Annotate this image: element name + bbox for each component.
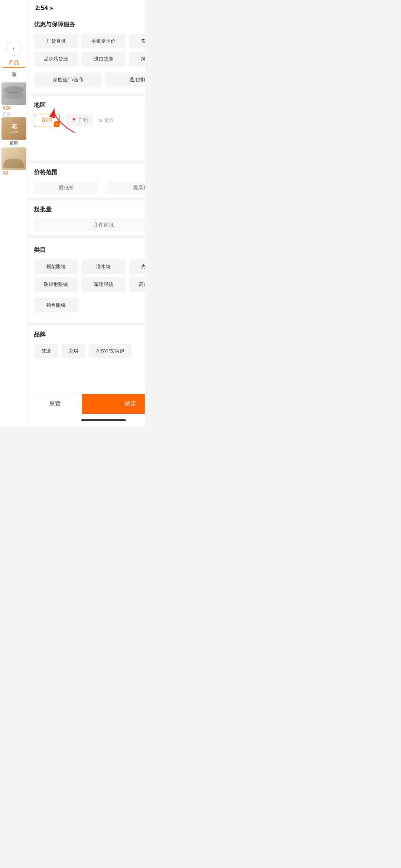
batch-input[interactable] [34, 219, 145, 231]
status-time: 2:54 [35, 4, 48, 12]
region-title: 地区 [34, 101, 46, 109]
region-separator: | [62, 117, 63, 124]
region-section: 地区 › 深圳 | 📍 广州 ↻ 定位 [34, 96, 145, 160]
tag-factory-supply[interactable]: 厂货直供 [34, 34, 78, 49]
sidebar-farm-label: FARM [9, 130, 19, 134]
sidebar-price-3: ¥9 [1, 170, 26, 176]
location-arrow-icon: ➤ [49, 5, 54, 11]
category-tag-golf[interactable]: 高尔夫眼镜 [129, 277, 145, 292]
sidebar-product-3[interactable]: ¥9 [1, 147, 26, 176]
location-pin-icon: 📍 [71, 118, 77, 123]
brand-aisyi[interactable]: AISYI/艾尚伊 [89, 344, 132, 358]
category-tag-frames[interactable]: 框架眼镜 [34, 259, 78, 274]
tag-grid-main: 厂货直供 手机专享价 实力商家 品牌站货源 进口货源 跨境货源 [34, 34, 145, 66]
category-tag-diving[interactable]: 潜水镜 [81, 259, 126, 274]
main-panel: 2:54 ➤ 📶 优惠与保障服务 厂货直供 手机专享价 [28, 0, 145, 426]
tag-import-source[interactable]: 进口货源 [81, 52, 126, 66]
sidebar-product-1[interactable]: ¥24 广告 [1, 82, 26, 117]
brand-section: 品牌 ∨ 梵逊 芬琪 AISYI/艾尚伊 [34, 325, 145, 362]
sidebar-product-2[interactable]: 花 FARM 通用 [1, 117, 26, 147]
category-header: 类目 ∧ [34, 246, 145, 254]
region-chip-guangzhou[interactable]: 📍 广州 [66, 114, 93, 127]
status-bar: 2:54 ➤ 📶 [28, 0, 145, 15]
brand-items: 梵逊 芬琪 AISYI/艾尚伊 [34, 344, 145, 358]
category-tag-optical[interactable]: 光学眼镜 [129, 259, 145, 274]
price-inputs: - [34, 182, 145, 194]
discounts-title: 优惠与保障服务 [34, 21, 145, 29]
brand-header: 品牌 ∨ [34, 331, 145, 339]
tag-cross-border[interactable]: 跨境货源 [129, 52, 145, 66]
tag-grid-secondary: 深度验厂/验商 通用排序 [34, 72, 145, 87]
left-sidebar: ‹ 产品 综 ¥24 广告 花 FARM [0, 0, 28, 426]
region-chips: 深圳 | 📍 广州 ↻ 定位 [34, 114, 145, 127]
sidebar-ad-1: 广告 [1, 111, 26, 117]
back-button[interactable]: ‹ [6, 41, 21, 56]
price-dash: - [102, 185, 104, 191]
region-header: 地区 › [34, 101, 145, 109]
tag-strong-merchant[interactable]: 实力商家 [129, 34, 145, 49]
sidebar-price-1: ¥24 [1, 105, 26, 111]
tag-mobile-price[interactable]: 手机专享价 [81, 34, 126, 49]
rotate-icon: ↻ [98, 118, 102, 123]
tag-general-sort[interactable]: 通用排序 [105, 72, 145, 87]
price-max-input[interactable] [108, 182, 145, 194]
annotation-arrow [34, 127, 145, 157]
category-tag-military[interactable]: 军迷眼镜 [81, 277, 126, 292]
confirm-button[interactable]: 确定 [82, 394, 145, 414]
price-range-section: 价格范围 - [34, 163, 145, 198]
discounts-section: 优惠与保障服务 厂货直供 手机专享价 实力商家 品牌站货源 进口货源 跨境货源 … [34, 21, 145, 87]
batch-title: 起批量 [34, 206, 145, 214]
category-section: 类目 ∧ 框架眼镜 潜水镜 光学眼镜 防辐射眼镜 军迷眼镜 高尔夫眼镜 钓鱼眼镜 [34, 241, 145, 322]
tag-brand-source[interactable]: 品牌站货源 [34, 52, 78, 66]
price-min-input[interactable] [34, 182, 99, 194]
category-tags: 框架眼镜 潜水镜 光学眼镜 防辐射眼镜 军迷眼镜 高尔夫眼镜 [34, 259, 145, 292]
price-title: 价格范围 [34, 169, 145, 176]
region-chip-locate[interactable]: ↻ 定位 [93, 114, 119, 127]
home-bar [81, 419, 126, 421]
region-chip-shenzhen[interactable]: 深圳 [34, 114, 60, 127]
sidebar-label-2: 通用 [1, 140, 26, 147]
tag-deep-verify[interactable]: 深度验厂/验商 [34, 72, 102, 87]
brand-fenqi[interactable]: 芬琪 [61, 344, 86, 358]
brand-title: 品牌 [34, 331, 46, 339]
filter-panel: 优惠与保障服务 厂货直供 手机专享价 实力商家 品牌站货源 进口货源 跨境货源 … [28, 15, 145, 394]
home-indicator [28, 414, 145, 426]
bottom-bar: 重置 确定 [28, 394, 145, 414]
brand-fansun[interactable]: 梵逊 [34, 344, 58, 358]
sidebar-flower-label: 花 [12, 123, 17, 130]
category-tag-radiation[interactable]: 防辐射眼镜 [34, 277, 78, 292]
reset-button[interactable]: 重置 [28, 394, 82, 414]
category-title: 类目 [34, 246, 46, 254]
category-tag-fishing[interactable]: 钓鱼眼镜 [34, 298, 78, 313]
sidebar-tab-products[interactable]: 产品 [3, 59, 25, 68]
sidebar-tab-general[interactable]: 综 [3, 71, 25, 78]
batch-section: 起批量 [34, 201, 145, 235]
